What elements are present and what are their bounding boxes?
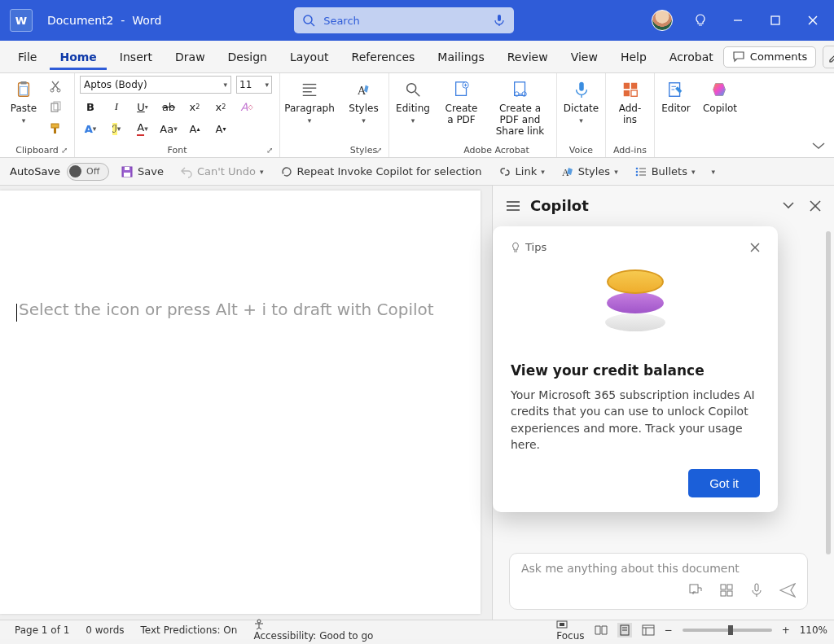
zoom-slider[interactable] xyxy=(683,629,772,632)
svg-rect-10 xyxy=(20,81,26,85)
document-area[interactable]: Select the icon or press Alt + i to draf… xyxy=(0,186,492,620)
copilot-input-placeholder: Ask me anything about this document xyxy=(521,562,796,575)
tab-acrobat[interactable]: Acrobat xyxy=(660,44,723,70)
styles-icon: A xyxy=(352,77,376,102)
got-it-button[interactable]: Got it xyxy=(688,469,760,497)
tab-draw[interactable]: Draw xyxy=(165,44,215,70)
copilot-input-area[interactable]: Ask me anything about this document xyxy=(509,553,808,610)
tab-references[interactable]: References xyxy=(342,44,425,70)
font-launcher-icon[interactable]: ⤢ xyxy=(266,146,273,155)
paragraph-button[interactable]: Paragraph▾ xyxy=(285,76,334,126)
web-layout-button[interactable] xyxy=(642,624,655,636)
copilot-ribbon-button[interactable]: Copilot xyxy=(701,76,739,116)
subscript-button[interactable]: x2 xyxy=(184,98,205,116)
create-pdf-button[interactable]: Create a PDF xyxy=(440,76,484,128)
microphone-icon[interactable] xyxy=(493,14,506,27)
editor-button[interactable]: Editor xyxy=(657,76,695,116)
lightbulb-icon xyxy=(511,242,520,253)
editing-mode-button[interactable]: ▾ xyxy=(823,46,834,68)
print-layout-button[interactable] xyxy=(617,623,632,637)
italic-button[interactable]: I xyxy=(106,98,127,116)
comments-button[interactable]: Comments xyxy=(723,46,816,68)
tips-card: Tips View your credit balance Your Micro… xyxy=(493,226,778,512)
superscript-button[interactable]: x2 xyxy=(210,98,231,116)
grow-font-button[interactable]: A▴ xyxy=(184,120,205,138)
qat-overflow-button[interactable]: ▾ xyxy=(706,166,720,177)
apps-icon[interactable] xyxy=(719,583,734,598)
highlight-button[interactable]: ℐ▾ xyxy=(106,120,127,138)
focus-mode-button[interactable]: Focus xyxy=(556,619,584,642)
font-name-combo[interactable]: Aptos (Body)▾ xyxy=(80,76,231,94)
mic-input-icon[interactable] xyxy=(750,583,763,598)
copilot-scrollbar[interactable] xyxy=(826,231,831,554)
autosave-toggle[interactable]: Off xyxy=(67,163,109,181)
text-effects-button[interactable]: A▾ xyxy=(80,120,101,138)
tab-insert[interactable]: Insert xyxy=(110,44,162,70)
strikethrough-button[interactable]: ab xyxy=(158,98,179,116)
copy-button[interactable] xyxy=(45,99,66,116)
copilot-collapse-button[interactable] xyxy=(782,200,795,212)
bullets-button[interactable]: Bullets▾ xyxy=(630,164,700,180)
title-bar: W Document2 - Word Search xyxy=(0,0,834,41)
addins-button[interactable]: Add-ins xyxy=(611,76,649,128)
svg-line-1 xyxy=(311,23,314,26)
svg-rect-69 xyxy=(643,625,654,635)
underline-button[interactable]: U▾ xyxy=(132,98,153,116)
bold-button[interactable]: B xyxy=(80,98,101,116)
styles-button[interactable]: A Styles▾ xyxy=(345,76,383,126)
font-size-combo[interactable]: 11▾ xyxy=(236,76,272,94)
styles-group-label: Styles xyxy=(350,145,377,156)
paste-button[interactable]: Paste▾ xyxy=(5,76,42,126)
search-box[interactable]: Search xyxy=(294,7,514,33)
repeat-button[interactable]: Repeat Invoke Copilot for selection xyxy=(275,164,487,180)
copilot-close-button[interactable] xyxy=(810,200,821,212)
font-color-button[interactable]: A▾ xyxy=(132,120,153,138)
svg-rect-60 xyxy=(727,591,732,596)
read-mode-button[interactable] xyxy=(595,624,608,636)
cut-button[interactable] xyxy=(45,77,66,95)
svg-rect-31 xyxy=(579,82,584,91)
tips-close-button[interactable] xyxy=(750,243,760,252)
tab-help[interactable]: Help xyxy=(611,44,656,70)
create-pdf-share-button[interactable]: Create a PDF and Share link xyxy=(487,76,554,138)
document-title: Document2 - Word xyxy=(47,14,161,27)
window-minimize-button[interactable] xyxy=(728,11,748,30)
styles-qat-button[interactable]: A Styles▾ xyxy=(556,164,623,180)
window-maximize-button[interactable] xyxy=(766,11,785,30)
dictate-button[interactable]: Dictate▾ xyxy=(562,76,600,126)
change-case-button[interactable]: Aa▾ xyxy=(158,120,179,138)
zoom-level[interactable]: 110% xyxy=(800,624,827,636)
copilot-menu-icon[interactable] xyxy=(506,200,520,212)
link-button[interactable]: Link▾ xyxy=(494,164,550,180)
zoom-in-button[interactable]: + xyxy=(782,624,790,636)
tab-home[interactable]: Home xyxy=(50,44,106,70)
tab-review[interactable]: Review xyxy=(498,44,558,70)
svg-rect-36 xyxy=(630,90,636,96)
window-close-button[interactable] xyxy=(803,11,823,30)
status-words[interactable]: 0 words xyxy=(77,624,132,636)
undo-button[interactable]: Can't Undo▾ xyxy=(175,164,269,180)
status-predictions[interactable]: Text Predictions: On xyxy=(133,624,246,636)
user-avatar[interactable] xyxy=(652,10,673,31)
tab-file[interactable]: File xyxy=(8,44,46,70)
add-content-icon[interactable] xyxy=(688,583,703,598)
clear-formatting-button[interactable]: A◇ xyxy=(236,98,257,116)
svg-point-0 xyxy=(304,15,312,24)
clipboard-launcher-icon[interactable]: ⤢ xyxy=(61,146,68,155)
tab-view[interactable]: View xyxy=(561,44,608,70)
shrink-font-button[interactable]: A▾ xyxy=(210,120,231,138)
document-page[interactable]: Select the icon or press Alt + i to draf… xyxy=(0,191,481,614)
tab-mailings[interactable]: Mailings xyxy=(428,44,494,70)
tab-design[interactable]: Design xyxy=(218,44,277,70)
ribbon-collapse-button[interactable] xyxy=(811,141,826,151)
status-accessibility[interactable]: Accessibility: Good to go xyxy=(245,619,381,642)
zoom-out-button[interactable]: − xyxy=(665,624,673,636)
ideas-icon[interactable] xyxy=(691,11,710,30)
send-icon[interactable] xyxy=(779,583,796,598)
format-painter-button[interactable] xyxy=(45,120,66,138)
styles-launcher-icon[interactable]: ⤢ xyxy=(375,146,382,155)
status-page[interactable]: Page 1 of 1 xyxy=(7,624,77,636)
tab-layout[interactable]: Layout xyxy=(280,44,339,70)
save-button[interactable]: Save xyxy=(116,164,169,180)
editing-button[interactable]: Editing▾ xyxy=(394,76,432,126)
